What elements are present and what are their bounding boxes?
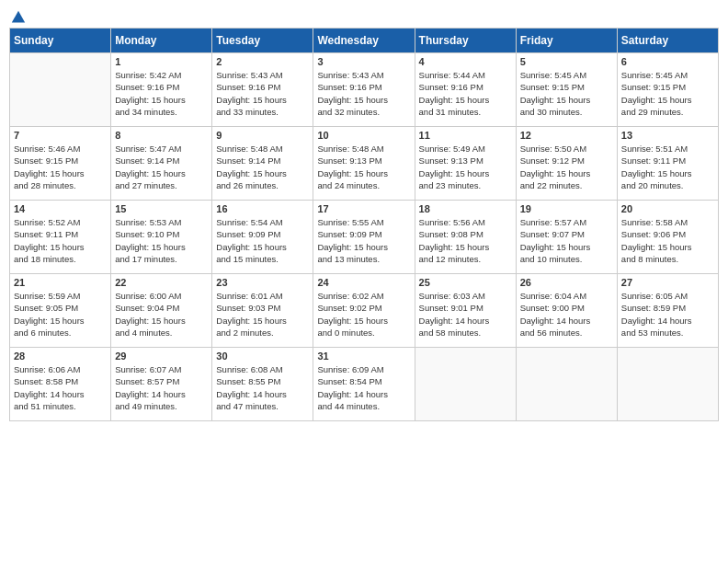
col-header-tuesday: Tuesday bbox=[212, 29, 313, 53]
calendar-cell: 21Sunrise: 5:59 AMSunset: 9:05 PMDayligh… bbox=[10, 274, 111, 348]
calendar-cell bbox=[10, 53, 111, 127]
day-info: Sunrise: 6:08 AMSunset: 8:55 PMDaylight:… bbox=[216, 363, 309, 412]
day-number: 30 bbox=[216, 350, 309, 362]
calendar-cell: 14Sunrise: 5:52 AMSunset: 9:11 PMDayligh… bbox=[10, 201, 111, 274]
day-number: 3 bbox=[317, 56, 410, 67]
day-info: Sunrise: 6:09 AMSunset: 8:54 PMDaylight:… bbox=[317, 363, 410, 412]
day-number: 12 bbox=[520, 130, 613, 141]
calendar-cell: 24Sunrise: 6:02 AMSunset: 9:02 PMDayligh… bbox=[313, 274, 415, 348]
day-number: 20 bbox=[621, 203, 714, 214]
day-info: Sunrise: 5:54 AMSunset: 9:09 PMDaylight:… bbox=[216, 216, 309, 265]
col-header-friday: Friday bbox=[516, 29, 617, 53]
calendar-cell: 11Sunrise: 5:49 AMSunset: 9:13 PMDayligh… bbox=[415, 127, 516, 201]
calendar-cell: 23Sunrise: 6:01 AMSunset: 9:03 PMDayligh… bbox=[212, 274, 313, 348]
day-info: Sunrise: 5:55 AMSunset: 9:09 PMDaylight:… bbox=[317, 216, 410, 265]
day-number: 29 bbox=[115, 350, 208, 362]
calendar-week-row: 21Sunrise: 5:59 AMSunset: 9:05 PMDayligh… bbox=[10, 274, 719, 348]
calendar-cell: 7Sunrise: 5:46 AMSunset: 9:15 PMDaylight… bbox=[10, 127, 111, 201]
day-info: Sunrise: 6:07 AMSunset: 8:57 PMDaylight:… bbox=[115, 363, 208, 412]
calendar-week-row: 1Sunrise: 5:42 AMSunset: 9:16 PMDaylight… bbox=[10, 53, 719, 127]
calendar-week-row: 7Sunrise: 5:46 AMSunset: 9:15 PMDaylight… bbox=[10, 127, 719, 201]
day-number: 26 bbox=[520, 277, 613, 288]
day-info: Sunrise: 5:46 AMSunset: 9:15 PMDaylight:… bbox=[14, 143, 107, 191]
day-info: Sunrise: 5:53 AMSunset: 9:10 PMDaylight:… bbox=[115, 216, 208, 265]
day-number: 21 bbox=[14, 277, 107, 288]
day-info: Sunrise: 5:43 AMSunset: 9:16 PMDaylight:… bbox=[216, 69, 309, 118]
day-number: 14 bbox=[14, 203, 107, 214]
day-info: Sunrise: 5:48 AMSunset: 9:13 PMDaylight:… bbox=[317, 143, 410, 191]
calendar-cell: 30Sunrise: 6:08 AMSunset: 8:55 PMDayligh… bbox=[212, 348, 313, 421]
day-number: 24 bbox=[317, 277, 410, 288]
calendar-cell: 26Sunrise: 6:04 AMSunset: 9:00 PMDayligh… bbox=[516, 274, 617, 348]
calendar-cell: 15Sunrise: 5:53 AMSunset: 9:10 PMDayligh… bbox=[111, 201, 212, 274]
calendar-week-row: 14Sunrise: 5:52 AMSunset: 9:11 PMDayligh… bbox=[10, 201, 719, 274]
calendar-table: SundayMondayTuesdayWednesdayThursdayFrid… bbox=[9, 28, 719, 421]
calendar-header-row: SundayMondayTuesdayWednesdayThursdayFrid… bbox=[10, 29, 719, 53]
day-number: 23 bbox=[216, 277, 309, 288]
calendar-cell: 4Sunrise: 5:44 AMSunset: 9:16 PMDaylight… bbox=[415, 53, 516, 127]
day-info: Sunrise: 6:01 AMSunset: 9:03 PMDaylight:… bbox=[216, 290, 309, 339]
day-info: Sunrise: 5:43 AMSunset: 9:16 PMDaylight:… bbox=[317, 69, 410, 118]
day-info: Sunrise: 5:45 AMSunset: 9:15 PMDaylight:… bbox=[621, 69, 714, 118]
day-number: 15 bbox=[115, 203, 208, 214]
day-number: 19 bbox=[520, 203, 613, 214]
logo-icon bbox=[10, 9, 27, 26]
day-info: Sunrise: 5:45 AMSunset: 9:15 PMDaylight:… bbox=[520, 69, 613, 118]
calendar-cell: 5Sunrise: 5:45 AMSunset: 9:15 PMDaylight… bbox=[516, 53, 617, 127]
calendar-cell: 13Sunrise: 5:51 AMSunset: 9:11 PMDayligh… bbox=[617, 127, 718, 201]
day-number: 16 bbox=[216, 203, 309, 214]
day-number: 6 bbox=[621, 56, 714, 67]
day-info: Sunrise: 6:03 AMSunset: 9:01 PMDaylight:… bbox=[419, 290, 512, 339]
day-number: 10 bbox=[317, 130, 410, 141]
day-number: 1 bbox=[115, 56, 208, 67]
calendar-cell: 6Sunrise: 5:45 AMSunset: 9:15 PMDaylight… bbox=[617, 53, 718, 127]
day-info: Sunrise: 5:44 AMSunset: 9:16 PMDaylight:… bbox=[419, 69, 512, 118]
day-number: 11 bbox=[419, 130, 512, 141]
day-info: Sunrise: 5:59 AMSunset: 9:05 PMDaylight:… bbox=[14, 290, 107, 339]
day-info: Sunrise: 6:04 AMSunset: 9:00 PMDaylight:… bbox=[520, 290, 613, 339]
calendar-cell: 27Sunrise: 6:05 AMSunset: 8:59 PMDayligh… bbox=[617, 274, 718, 348]
day-info: Sunrise: 6:00 AMSunset: 9:04 PMDaylight:… bbox=[115, 290, 208, 339]
calendar-cell: 22Sunrise: 6:00 AMSunset: 9:04 PMDayligh… bbox=[111, 274, 212, 348]
day-number: 7 bbox=[14, 130, 107, 141]
calendar-cell: 25Sunrise: 6:03 AMSunset: 9:01 PMDayligh… bbox=[415, 274, 516, 348]
calendar-cell: 1Sunrise: 5:42 AMSunset: 9:16 PMDaylight… bbox=[111, 53, 212, 127]
day-number: 22 bbox=[115, 277, 208, 288]
day-number: 8 bbox=[115, 130, 208, 141]
day-info: Sunrise: 6:02 AMSunset: 9:02 PMDaylight:… bbox=[317, 290, 410, 339]
calendar-cell: 2Sunrise: 5:43 AMSunset: 9:16 PMDaylight… bbox=[212, 53, 313, 127]
day-number: 18 bbox=[419, 203, 512, 214]
day-info: Sunrise: 5:49 AMSunset: 9:13 PMDaylight:… bbox=[419, 143, 512, 191]
day-info: Sunrise: 5:47 AMSunset: 9:14 PMDaylight:… bbox=[115, 143, 208, 191]
day-info: Sunrise: 6:05 AMSunset: 8:59 PMDaylight:… bbox=[621, 290, 714, 339]
col-header-sunday: Sunday bbox=[10, 29, 111, 53]
calendar-cell: 19Sunrise: 5:57 AMSunset: 9:07 PMDayligh… bbox=[516, 201, 617, 274]
calendar-cell bbox=[516, 348, 617, 421]
svg-marker-0 bbox=[12, 11, 25, 23]
calendar-cell: 10Sunrise: 5:48 AMSunset: 9:13 PMDayligh… bbox=[313, 127, 415, 201]
calendar-cell: 17Sunrise: 5:55 AMSunset: 9:09 PMDayligh… bbox=[313, 201, 415, 274]
col-header-wednesday: Wednesday bbox=[313, 29, 415, 53]
day-number: 27 bbox=[621, 277, 714, 288]
calendar-cell: 3Sunrise: 5:43 AMSunset: 9:16 PMDaylight… bbox=[313, 53, 415, 127]
logo bbox=[9, 9, 28, 22]
day-number: 9 bbox=[216, 130, 309, 141]
day-info: Sunrise: 5:48 AMSunset: 9:14 PMDaylight:… bbox=[216, 143, 309, 191]
day-number: 2 bbox=[216, 56, 309, 67]
day-number: 5 bbox=[520, 56, 613, 67]
day-info: Sunrise: 5:52 AMSunset: 9:11 PMDaylight:… bbox=[14, 216, 107, 265]
page-header bbox=[9, 9, 719, 22]
day-number: 4 bbox=[419, 56, 512, 67]
day-number: 31 bbox=[317, 350, 410, 362]
calendar-cell: 28Sunrise: 6:06 AMSunset: 8:58 PMDayligh… bbox=[10, 348, 111, 421]
col-header-saturday: Saturday bbox=[617, 29, 718, 53]
calendar-cell: 9Sunrise: 5:48 AMSunset: 9:14 PMDaylight… bbox=[212, 127, 313, 201]
calendar-cell: 12Sunrise: 5:50 AMSunset: 9:12 PMDayligh… bbox=[516, 127, 617, 201]
calendar-cell: 20Sunrise: 5:58 AMSunset: 9:06 PMDayligh… bbox=[617, 201, 718, 274]
day-info: Sunrise: 5:50 AMSunset: 9:12 PMDaylight:… bbox=[520, 143, 613, 191]
day-number: 28 bbox=[14, 350, 107, 362]
day-info: Sunrise: 5:56 AMSunset: 9:08 PMDaylight:… bbox=[419, 216, 512, 265]
calendar-cell: 18Sunrise: 5:56 AMSunset: 9:08 PMDayligh… bbox=[415, 201, 516, 274]
day-number: 13 bbox=[621, 130, 714, 141]
col-header-thursday: Thursday bbox=[415, 29, 516, 53]
